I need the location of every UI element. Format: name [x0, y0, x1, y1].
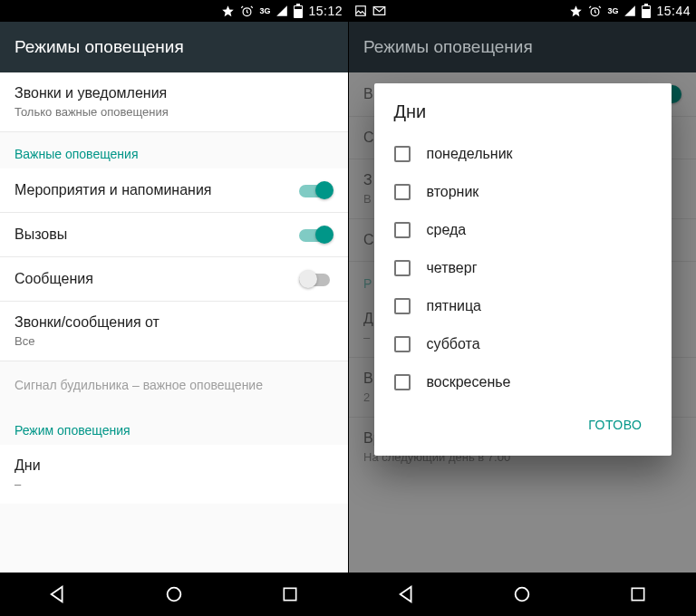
nav-home-button[interactable]	[149, 573, 199, 616]
day-checkbox-row[interactable]: суббота	[394, 325, 652, 363]
phone-right: 3G 15:44 Режимы оповещения В С ЗВ С Р Д–…	[348, 0, 696, 616]
svg-rect-10	[643, 6, 650, 9]
day-checkbox-row[interactable]: четверг	[394, 249, 652, 287]
day-label: вторник	[427, 184, 479, 200]
nav-back-button[interactable]	[382, 573, 432, 616]
status-bar: 3G 15:12	[0, 0, 348, 22]
phone-left: 3G 15:12 Режимы оповещения Звонки и увед…	[0, 0, 348, 616]
row-days[interactable]: Дни –	[0, 445, 348, 504]
network-3g-icon: 3G	[607, 6, 618, 15]
row-subtitle: Все	[14, 334, 160, 348]
star-icon	[569, 5, 583, 18]
navigation-bar	[349, 573, 696, 616]
nav-recent-button[interactable]	[613, 573, 663, 616]
switch-messages[interactable]	[299, 270, 334, 288]
svg-rect-6	[356, 6, 366, 16]
switch-events[interactable]	[299, 181, 334, 199]
day-label: среда	[427, 222, 467, 238]
row-subtitle: –	[14, 477, 41, 491]
row-title: Сообщения	[14, 271, 93, 287]
checkbox-icon[interactable]	[394, 146, 411, 162]
status-bar: 3G 15:44	[349, 0, 696, 22]
row-messages[interactable]: Сообщения	[0, 257, 348, 302]
signal-icon	[276, 5, 288, 17]
days-dialog: Дни понедельник вторник среда четверг	[374, 83, 672, 456]
app-bar: Режимы оповещения	[349, 22, 696, 72]
row-calls[interactable]: Вызовы	[0, 213, 348, 257]
nav-back-button[interactable]	[33, 573, 83, 616]
checkbox-icon[interactable]	[394, 260, 411, 276]
switch-calls[interactable]	[299, 226, 334, 244]
day-checkbox-row[interactable]: воскресенье	[394, 363, 652, 401]
row-calls-notifications[interactable]: Звонки и уведомления Только важные опове…	[0, 72, 348, 132]
day-checkbox-row[interactable]: пятница	[394, 287, 652, 325]
checkbox-icon[interactable]	[394, 374, 411, 390]
day-label: суббота	[427, 336, 480, 352]
svg-rect-5	[284, 588, 295, 600]
checkbox-icon[interactable]	[394, 222, 411, 238]
checkbox-icon[interactable]	[394, 184, 411, 200]
row-title: Мероприятия и напоминания	[14, 182, 212, 198]
svg-rect-9	[644, 4, 648, 5]
nav-recent-button[interactable]	[265, 573, 315, 616]
battery-icon	[294, 4, 303, 18]
status-clock: 15:12	[308, 4, 343, 18]
day-label: воскресенье	[427, 374, 511, 390]
alarm-icon	[588, 5, 602, 18]
done-button[interactable]: ГОТОВО	[579, 410, 651, 439]
day-label: четверг	[427, 260, 478, 276]
day-checkbox-row[interactable]: понедельник	[394, 135, 652, 173]
dialog-title: Дни	[394, 101, 652, 122]
image-icon	[354, 5, 367, 17]
row-title: Звонки/сообщения от	[14, 314, 160, 331]
day-checkbox-row[interactable]: среда	[394, 211, 652, 249]
settings-list: Звонки и уведомления Только важные опове…	[0, 72, 348, 573]
row-title: Звонки и уведомления	[14, 85, 169, 101]
nav-home-button[interactable]	[497, 573, 547, 616]
svg-point-11	[516, 588, 529, 602]
row-events-reminders[interactable]: Мероприятия и напоминания	[0, 168, 348, 213]
section-mode: Режим оповещения	[0, 409, 348, 445]
star-icon	[221, 5, 235, 18]
row-title: Дни	[14, 457, 41, 474]
status-clock: 15:44	[656, 4, 691, 18]
svg-rect-3	[295, 6, 302, 9]
row-from[interactable]: Звонки/сообщения от Все	[0, 302, 348, 361]
battery-icon	[642, 4, 651, 18]
signal-icon	[624, 5, 636, 17]
network-3g-icon: 3G	[259, 6, 270, 15]
checkbox-icon[interactable]	[394, 336, 411, 352]
checkbox-icon[interactable]	[394, 298, 411, 314]
row-subtitle: Только важные оповещения	[14, 105, 169, 119]
app-bar-title: Режимы оповещения	[14, 37, 184, 57]
navigation-bar	[0, 573, 348, 616]
settings-list-dimmed: В С ЗВ С Р Д– В2 Время окончанияНа следу…	[349, 72, 696, 573]
hint-alarm: Сигнал будильника – важное оповещение	[0, 361, 348, 409]
section-priority: Важные оповещения	[0, 132, 348, 168]
dialog-scrim[interactable]: Дни понедельник вторник среда четверг	[349, 72, 696, 573]
day-label: понедельник	[427, 146, 513, 162]
svg-rect-12	[632, 588, 643, 600]
svg-point-4	[168, 588, 181, 602]
alarm-icon	[240, 5, 254, 18]
svg-rect-2	[296, 4, 300, 5]
day-checkbox-row[interactable]: вторник	[394, 173, 652, 211]
app-bar-title: Режимы оповещения	[363, 37, 533, 57]
row-title: Вызовы	[14, 226, 67, 243]
day-label: пятница	[427, 298, 482, 314]
app-bar: Режимы оповещения	[0, 22, 348, 72]
gmail-icon	[372, 5, 386, 16]
